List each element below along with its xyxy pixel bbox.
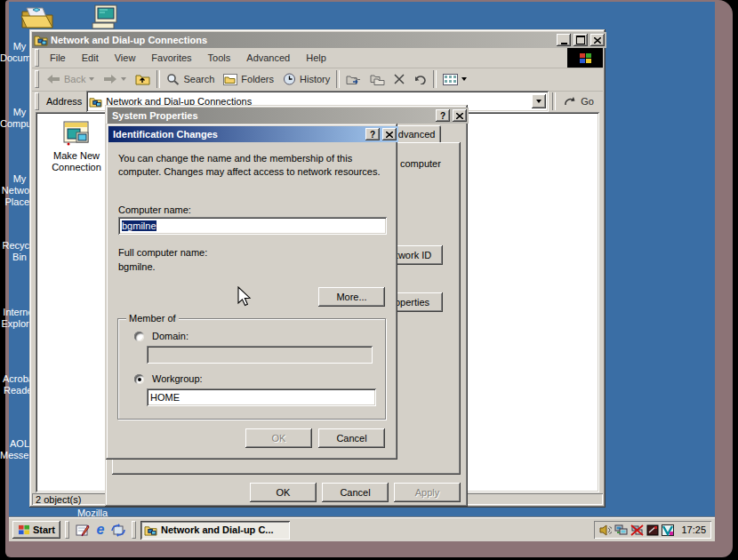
- sysprops-cancel-button[interactable]: Cancel: [322, 483, 389, 502]
- workgroup-radio-label[interactable]: Workgroup:: [152, 373, 203, 384]
- maximize-button[interactable]: [574, 34, 588, 46]
- sysprops-ok-button[interactable]: OK: [250, 483, 317, 502]
- workgroup-input[interactable]: HOME: [147, 388, 376, 406]
- network-folder-icon: [34, 34, 48, 46]
- scheduler-icon[interactable]: [646, 524, 659, 536]
- workgroup-radio[interactable]: [134, 374, 144, 384]
- up-button[interactable]: [131, 71, 155, 87]
- history-button[interactable]: History: [278, 71, 334, 87]
- toolbar-separator: [336, 70, 340, 88]
- copy-to-button[interactable]: [365, 72, 389, 87]
- domain-radio[interactable]: [134, 332, 144, 341]
- taskbar-window-button[interactable]: Network and Dial-up C...: [140, 521, 290, 540]
- address-label: Address: [42, 96, 86, 107]
- volume-icon[interactable]: [599, 524, 612, 536]
- network-computers-icon[interactable]: [614, 524, 628, 536]
- toolbar: Back Search Folders: [32, 68, 603, 92]
- views-icon: [443, 74, 458, 85]
- full-computer-name-label: Full computer name:: [118, 247, 207, 258]
- make-new-connection-label[interactable]: Make New Connection: [44, 150, 108, 173]
- idchanges-ok-button[interactable]: OK: [245, 428, 312, 448]
- internet-explorer-icon[interactable]: e: [92, 521, 109, 539]
- history-icon: [283, 73, 296, 85]
- connection-wizard-icon[interactable]: [109, 521, 127, 539]
- move-to-icon: [346, 74, 361, 85]
- back-arrow-icon: [46, 74, 60, 84]
- windows-flag-icon: [18, 524, 30, 535]
- system-properties-titlebar[interactable]: System Properties ?: [108, 108, 469, 124]
- menu-edit[interactable]: Edit: [74, 51, 107, 65]
- network-id-fragment-text: computer: [400, 158, 441, 169]
- computer-name-label: Computer name:: [118, 204, 191, 215]
- menubar: File Edit View Favorites Tools Advanced …: [32, 48, 603, 68]
- sysprops-apply-button[interactable]: Apply: [394, 483, 461, 502]
- my-documents-icon[interactable]: [20, 4, 55, 29]
- search-button[interactable]: Search: [162, 71, 219, 87]
- go-arrow-icon: [564, 96, 577, 108]
- copy-to-icon: [370, 74, 385, 85]
- up-folder-icon: [135, 73, 150, 85]
- taskbar: Start e Network and Dial-up C...: [9, 517, 715, 541]
- close-icon[interactable]: [382, 128, 397, 140]
- dialog-description-line2: computer. Changes may affect access to n…: [118, 165, 381, 179]
- menubar-grip[interactable]: [35, 49, 39, 67]
- folders-icon: [223, 74, 237, 85]
- address-dropdown-button[interactable]: [532, 94, 546, 108]
- folders-button[interactable]: Folders: [219, 72, 278, 87]
- virus-scan-icon[interactable]: [662, 524, 674, 536]
- menu-file[interactable]: File: [42, 51, 74, 65]
- toolbar-separator: [433, 70, 437, 88]
- close-button[interactable]: [590, 34, 605, 46]
- help-button[interactable]: ?: [436, 109, 450, 122]
- go-button[interactable]: Go: [559, 94, 603, 109]
- menu-view[interactable]: View: [107, 51, 144, 65]
- network-disconnected-icon[interactable]: [630, 524, 644, 536]
- full-computer-name-value: bgmilne.: [118, 261, 156, 272]
- clock[interactable]: 17:25: [677, 524, 706, 535]
- undo-button[interactable]: [409, 72, 431, 86]
- views-button[interactable]: [438, 72, 471, 87]
- start-button[interactable]: Start: [12, 521, 60, 539]
- explorer-titlebar[interactable]: Network and Dial-up Connections: [32, 32, 606, 48]
- identification-changes-titlebar[interactable]: Identification Changes ?: [108, 126, 398, 142]
- move-to-button[interactable]: [341, 72, 365, 87]
- computer-name-input[interactable]: bgmilne: [118, 217, 387, 235]
- menu-advanced[interactable]: Advanced: [238, 51, 298, 65]
- menu-help[interactable]: Help: [298, 51, 334, 65]
- taskbar-grip[interactable]: [132, 521, 136, 539]
- selected-text: bgmilne: [122, 220, 156, 231]
- system-properties-title: System Properties: [109, 110, 433, 121]
- idchanges-cancel-button[interactable]: Cancel: [318, 428, 385, 448]
- forward-button[interactable]: [99, 72, 131, 86]
- delete-x-icon: [394, 74, 405, 84]
- system-tray: 17:25: [594, 521, 711, 539]
- network-folder-icon: [144, 524, 157, 536]
- mouse-cursor: [237, 286, 253, 308]
- my-computer-icon[interactable]: [91, 4, 121, 29]
- toolbar-grip[interactable]: [35, 70, 39, 88]
- identification-changes-title: Identification Changes: [110, 129, 363, 140]
- toolbar-separator: [156, 70, 160, 88]
- back-button[interactable]: Back: [42, 72, 99, 86]
- undo-icon: [413, 74, 427, 84]
- explorer-title: Network and Dial-up Connections: [51, 35, 554, 45]
- forward-arrow-icon: [103, 74, 117, 84]
- address-grip[interactable]: [35, 92, 39, 110]
- menu-tools[interactable]: Tools: [200, 51, 239, 65]
- windows-logo-icon: [567, 48, 603, 68]
- domain-radio-label[interactable]: Domain:: [152, 331, 189, 341]
- delete-button[interactable]: [389, 72, 409, 86]
- address-separator: [552, 92, 556, 110]
- make-new-connection-item[interactable]: Make New Connection: [44, 121, 108, 173]
- close-icon[interactable]: [453, 109, 467, 122]
- minimize-button[interactable]: [557, 34, 571, 46]
- address-folder-icon: [89, 96, 102, 108]
- search-icon: [166, 73, 180, 85]
- more-button[interactable]: More...: [318, 287, 385, 307]
- menu-favorites[interactable]: Favorites: [143, 51, 199, 65]
- domain-input[interactable]: [147, 346, 373, 364]
- dialog-description-line1: You can change the name and the membersh…: [118, 152, 352, 165]
- help-button[interactable]: ?: [365, 128, 380, 140]
- taskbar-grip[interactable]: [65, 521, 69, 539]
- show-desktop-icon[interactable]: [74, 521, 92, 539]
